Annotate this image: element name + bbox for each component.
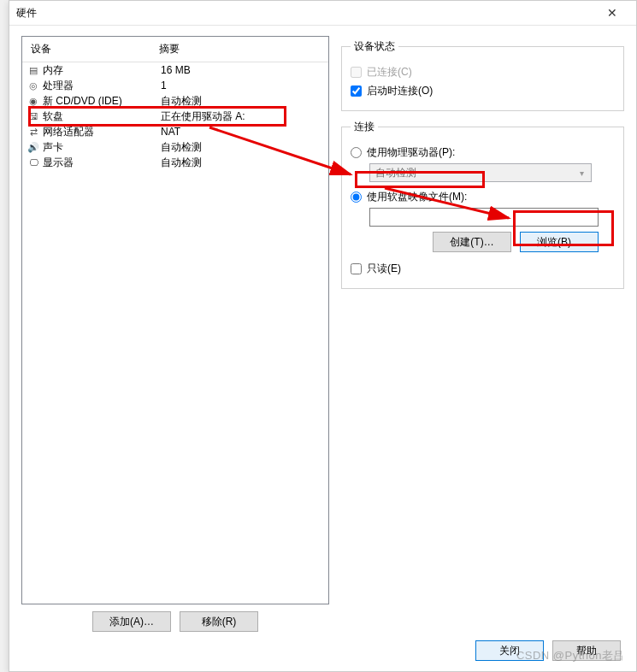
help-button[interactable]: 帮助 [552,640,621,661]
device-summary: 1 [161,80,325,91]
device-summary: 自动检测 [161,94,325,109]
device-name: 内存 [43,63,161,78]
image-path-input[interactable] [369,208,599,227]
device-row[interactable]: 🖫软盘正在使用驱动器 A: [22,109,328,124]
browse-button[interactable]: 浏览(B)… [520,232,599,252]
create-button[interactable]: 创建(T)… [433,232,511,252]
connected-checkbox-row: 已连接(C) [351,64,615,80]
col-device: 设备 [31,42,159,56]
readonly-row[interactable]: 只读(E) [351,261,615,276]
col-summary: 摘要 [159,42,320,56]
device-row[interactable]: ◉新 CD/DVD (IDE)自动检测 [22,93,328,109]
use-physical-radio[interactable] [351,147,362,158]
device-summary: NAT [161,126,325,138]
device-row[interactable]: ◎处理器1 [22,78,328,93]
device-summary: 正在使用驱动器 A: [161,109,325,124]
device-name: 声卡 [43,140,161,155]
image-buttons: 创建(T)… 浏览(B)… [369,232,599,252]
memory-icon: ▤ [26,64,41,76]
device-row[interactable]: ▤内存16 MB [22,62,328,78]
device-row[interactable]: ⇄网络适配器NAT [22,124,328,139]
dialog-body: 设备 摘要 ▤内存16 MB◎处理器1◉新 CD/DVD (IDE)自动检测🖫软… [9,26,636,632]
close-button[interactable]: ✕ [595,1,629,25]
floppy-icon: 🖫 [26,110,41,122]
close-dialog-button[interactable]: 关闭 [475,640,544,661]
device-name: 软盘 [43,109,161,124]
physical-drive-value: 自动检测 [375,166,416,180]
remove-device-button[interactable]: 移除(R) [180,611,258,632]
connection-legend: 连接 [351,120,378,134]
connect-on-power-row[interactable]: 启动时连接(O) [351,83,615,98]
connect-on-power-label: 启动时连接(O) [367,84,433,98]
connected-checkbox [351,67,362,78]
connect-on-power-checkbox[interactable] [351,85,362,97]
device-status-legend: 设备状态 [351,39,398,54]
use-physical-label: 使用物理驱动器(P): [367,145,455,160]
device-list-panel: 设备 摘要 ▤内存16 MB◎处理器1◉新 CD/DVD (IDE)自动检测🖫软… [21,36,329,604]
readonly-label: 只读(E) [367,262,401,276]
device-row[interactable]: 🔊声卡自动检测 [22,139,328,155]
device-list-header: 设备 摘要 [22,37,328,62]
cd-icon: ◉ [26,95,41,107]
image-file-sub: 创建(T)… 浏览(B)… [369,208,615,252]
chevron-down-icon: ▾ [574,165,589,180]
connection-group: 连接 使用物理驱动器(P): 自动检测 ▾ 使用软盘映像文件(M): [341,120,624,289]
physical-drive-combo: 自动检测 ▾ [369,163,592,182]
dialog-footer: 关闭 帮助 [9,632,636,672]
device-summary: 16 MB [161,64,325,76]
device-name: 处理器 [43,79,161,93]
device-summary: 自动检测 [161,140,325,155]
hardware-dialog: 硬件 ✕ 设备 摘要 ▤内存16 MB◎处理器1◉新 CD/DVD (IDE)自… [9,0,637,672]
device-name: 显示器 [43,156,161,170]
device-summary: 自动检测 [161,156,325,170]
device-row[interactable]: 🖵显示器自动检测 [22,155,328,170]
physical-drive-sub: 自动检测 ▾ [369,163,615,182]
device-buttons: 添加(A)… 移除(R) [21,604,329,632]
dialog-title: 硬件 [16,6,595,21]
use-image-label: 使用软盘映像文件(M): [367,190,467,204]
device-name: 网络适配器 [43,125,161,139]
left-column: 设备 摘要 ▤内存16 MB◎处理器1◉新 CD/DVD (IDE)自动检测🖫软… [21,36,329,632]
right-panel: 设备状态 已连接(C) 启动时连接(O) 连接 使用物理驱动器(P): [341,36,624,632]
sound-icon: 🔊 [26,141,41,153]
titlebar: 硬件 ✕ [9,1,636,26]
display-icon: 🖵 [26,156,41,168]
cpu-icon: ◎ [26,80,41,91]
connected-label: 已连接(C) [367,65,412,80]
network-icon: ⇄ [26,126,41,138]
use-image-radio[interactable] [351,192,362,203]
device-name: 新 CD/DVD (IDE) [43,94,161,109]
device-status-group: 设备状态 已连接(C) 启动时连接(O) [341,39,624,111]
use-physical-radio-row[interactable]: 使用物理驱动器(P): [351,144,615,160]
use-image-radio-row[interactable]: 使用软盘映像文件(M): [351,189,615,204]
device-list[interactable]: ▤内存16 MB◎处理器1◉新 CD/DVD (IDE)自动检测🖫软盘正在使用驱… [22,62,328,604]
readonly-checkbox[interactable] [351,263,362,274]
add-device-button[interactable]: 添加(A)… [92,611,171,632]
